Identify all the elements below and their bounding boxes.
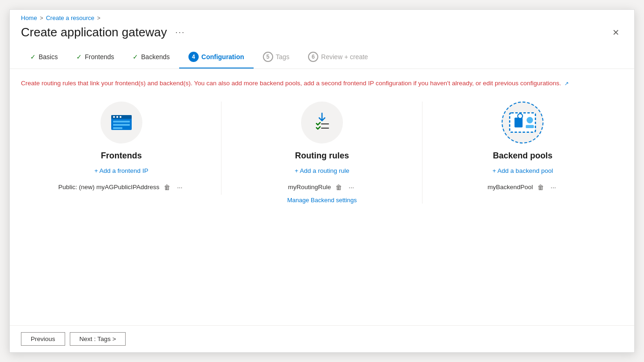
tab-review-label: Review + create: [321, 53, 368, 61]
backend-pools-column: Backend pools + Add a backend pool myBac…: [423, 102, 623, 195]
routing-rules-column: Routing rules + Add a routing rule myRou…: [221, 102, 422, 204]
footer: Previous Next : Tags >: [10, 325, 634, 352]
breadcrumb-sep1: >: [40, 15, 43, 21]
tab-backends[interactable]: ✓ Backends: [123, 48, 179, 67]
header-left: Create application gateway ···: [21, 25, 188, 40]
header: Create application gateway ··· ✕: [10, 21, 634, 47]
close-button[interactable]: ✕: [609, 27, 623, 39]
dashed-border: [502, 102, 543, 143]
tab-configuration-label: Configuration: [201, 53, 244, 61]
backend-pools-title: Backend pools: [493, 151, 552, 161]
breadcrumb: Home > Create a resource >: [10, 10, 634, 21]
frontends-column: Frontends + Add a frontend IP Public: (n…: [21, 102, 221, 195]
breadcrumb-home[interactable]: Home: [21, 14, 37, 21]
routing-rule-more-button[interactable]: ···: [347, 183, 356, 192]
backend-pool-item-text: myBackendPool: [488, 184, 533, 191]
svg-rect-6: [113, 124, 130, 126]
tab-frontends[interactable]: ✓ Frontends: [67, 48, 123, 67]
frontend-item-row: Public: (new) myAGPublicIPAddress 🗑 ···: [30, 183, 212, 192]
routing-rules-title: Routing rules: [295, 151, 349, 161]
frontends-icon-circle: [101, 102, 142, 143]
external-link-icon: ↗: [564, 81, 569, 86]
manage-backend-settings-link[interactable]: Manage Backend settings: [287, 197, 357, 204]
tab-review[interactable]: 6 Review + create: [299, 47, 377, 68]
frontend-delete-button[interactable]: 🗑: [162, 183, 172, 192]
info-text: Create routing rules that link your fron…: [21, 78, 579, 89]
tab-tags-label: Tags: [276, 53, 290, 61]
tab-number-tags: 5: [263, 52, 273, 62]
dialog: Home > Create a resource > Create applic…: [9, 9, 635, 353]
routing-rule-delete-button[interactable]: 🗑: [334, 183, 344, 192]
page-title: Create application gateway: [21, 25, 167, 40]
tab-number-review: 6: [308, 52, 318, 62]
ellipsis-button[interactable]: ···: [173, 27, 188, 38]
tabs-bar: ✓ Basics ✓ Frontends ✓ Backends 4 Config…: [10, 47, 634, 69]
backend-pool-delete-button[interactable]: 🗑: [536, 183, 546, 192]
svg-point-3: [116, 116, 118, 118]
tab-backends-label: Backends: [141, 53, 169, 61]
columns-container: Frontends + Add a frontend IP Public: (n…: [21, 102, 623, 204]
content-area: Create routing rules that link your fron…: [10, 69, 634, 325]
previous-button[interactable]: Previous: [21, 332, 65, 346]
tab-frontends-label: Frontends: [85, 53, 114, 61]
tab-basics-label: Basics: [39, 53, 58, 61]
backend-pool-more-button[interactable]: ···: [549, 183, 558, 192]
check-icon-basics: ✓: [30, 53, 36, 61]
frontends-title: Frontends: [101, 151, 142, 161]
breadcrumb-sep2: >: [97, 15, 101, 21]
tab-number-configuration: 4: [188, 52, 199, 62]
add-routing-rule-link[interactable]: + Add a routing rule: [295, 167, 349, 174]
frontend-more-button[interactable]: ···: [175, 183, 184, 192]
svg-rect-5: [113, 121, 130, 123]
next-button[interactable]: Next : Tags >: [70, 332, 126, 346]
tab-configuration[interactable]: 4 Configuration: [179, 47, 254, 68]
frontends-icon: [109, 110, 134, 135]
check-icon-frontends: ✓: [76, 53, 82, 61]
check-icon-backends: ✓: [133, 53, 138, 61]
svg-point-2: [113, 116, 115, 118]
svg-rect-7: [113, 127, 122, 129]
svg-point-4: [120, 116, 121, 118]
breadcrumb-create-resource[interactable]: Create a resource: [46, 14, 94, 21]
routing-rule-item-row: myRoutingRule 🗑 ···: [231, 183, 413, 192]
backend-pool-item-row: myBackendPool 🗑 ···: [432, 183, 614, 192]
backend-pools-icon-circle: [502, 102, 543, 143]
tab-tags[interactable]: 5 Tags: [254, 47, 299, 68]
routing-rules-icon: [310, 110, 334, 135]
add-frontend-ip-link[interactable]: + Add a frontend IP: [94, 167, 148, 174]
frontend-item-text: Public: (new) myAGPublicIPAddress: [58, 184, 159, 191]
routing-rules-icon-circle: [301, 102, 343, 143]
tab-basics[interactable]: ✓ Basics: [21, 48, 67, 67]
routing-rule-item-text: myRoutingRule: [288, 184, 331, 191]
add-backend-pool-link[interactable]: + Add a backend pool: [492, 167, 553, 174]
